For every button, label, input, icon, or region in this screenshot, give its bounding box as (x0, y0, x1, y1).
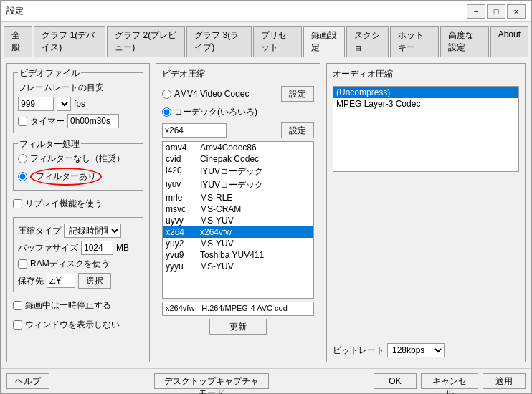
filter-with-label: フィルターあり (30, 168, 102, 186)
main-content: ビデオファイル フレームレートの目安 fps タイマー (1, 57, 531, 368)
main-window: 設定 − □ × 全般 グラフ 1(デバイス) グラフ 2(プレビュー) グラフ… (0, 0, 532, 394)
select-button[interactable]: 選択 (78, 273, 111, 289)
audio-list-item[interactable]: MPEG Layer-3 Codec (333, 98, 518, 110)
pause-label: 録画中は一時停止する (25, 299, 111, 312)
amv4-label: AMV4 Video Codec (174, 89, 250, 99)
filter-group: フィルター処理 フィルターなし（推奨） フィルターあり (13, 143, 143, 191)
filter-none-radio[interactable] (18, 154, 27, 163)
tab-advanced[interactable]: 高度な設定 (440, 26, 489, 57)
timer-checkbox[interactable] (18, 117, 27, 126)
timer-input[interactable] (67, 114, 119, 128)
hide-window-label: ウィンドウを表示しない (25, 319, 120, 331)
bottom-bar: ヘルプ デスクトップキャプチャモード OK キャンセル 適用 (1, 368, 531, 393)
compress-type-label: 圧縮タイプ (18, 225, 61, 237)
frame-rate-label: フレームレートの目安 (18, 82, 104, 94)
buffer-size-label: バッファサイズ (18, 242, 78, 254)
left-panel: ビデオファイル フレームレートの目安 fps タイマー (6, 63, 150, 362)
codec-list-item[interactable]: msvcMS-CRAM (163, 203, 313, 215)
save-dest-label: 保存先 (18, 275, 44, 287)
tab-hotkey[interactable]: ホットキー (390, 26, 439, 57)
mb-label: MB (116, 243, 129, 253)
codec-list-item[interactable]: amv4Amv4Codec86 (163, 142, 313, 153)
ram-disk-label: RAMディスクを使う (30, 258, 110, 270)
ok-button[interactable]: OK (374, 373, 417, 389)
audio-list-item[interactable]: (Uncompress) (333, 87, 518, 98)
help-button[interactable]: ヘルプ (6, 373, 49, 389)
codec-list-item[interactable]: cvidCinepak Codec (163, 153, 313, 165)
tab-screenshot[interactable]: スクショ (346, 26, 389, 57)
codec-list-item[interactable]: i420IYUVコーデック (163, 165, 313, 178)
buffer-size-input[interactable] (81, 241, 113, 255)
video-compress-title: ビデオ圧縮 (162, 68, 314, 80)
codec-radio[interactable] (162, 107, 171, 117)
save-dest-input[interactable] (47, 274, 75, 288)
codec-list-item[interactable]: yyyuMS-YUV (163, 261, 313, 272)
restore-button[interactable]: □ (487, 4, 505, 19)
audio-list[interactable]: (Uncompress)MPEG Layer-3 Codec (333, 86, 519, 172)
right-panel: オーディオ圧縮 (Uncompress)MPEG Layer-3 Codec ビ… (326, 63, 526, 362)
ram-disk-checkbox[interactable] (18, 259, 27, 269)
tab-recording[interactable]: 録画設定 (303, 26, 346, 57)
close-button[interactable]: × (507, 4, 526, 19)
frame-rate-select[interactable] (57, 97, 71, 111)
codec-label: コーデック(いろいろ) (174, 106, 257, 118)
replay-settings-group: 圧縮タイプ 記録時間重視 バッファサイズ MB RAMディスクを使う 保存先 (13, 217, 143, 292)
codec-name-bar: x264vfw - H.264/MPEG-4 AVC cod (162, 302, 314, 316)
audio-compress-title: オーディオ圧縮 (333, 68, 519, 80)
apply-button[interactable]: 適用 (483, 373, 526, 389)
window-controls: − □ × (467, 4, 526, 19)
hide-window-checkbox[interactable] (13, 320, 22, 330)
amv4-radio[interactable] (162, 90, 171, 99)
bitrate-select[interactable]: 128kbps (387, 343, 445, 357)
cancel-button[interactable]: キャンセル (421, 373, 478, 389)
codec-list-item[interactable]: yvu9Toshiba YUV411 (163, 249, 313, 261)
filter-with-radio[interactable] (18, 172, 27, 181)
codec-list-item[interactable]: yuy2MS-YUV (163, 238, 313, 249)
codec-list-item[interactable]: uyvyMS-YUV (163, 215, 313, 226)
window-title: 設定 (6, 5, 24, 17)
fps-label: fps (74, 99, 85, 109)
tab-about[interactable]: About (490, 26, 528, 57)
tab-graph1[interactable]: グラフ 1(デバイス) (34, 26, 105, 57)
minimize-button[interactable]: − (467, 4, 485, 19)
codec-list-item[interactable]: x264x264vfw (163, 226, 313, 238)
video-file-group: ビデオファイル フレームレートの目安 fps タイマー (13, 72, 143, 133)
title-bar: 設定 − □ × (1, 1, 531, 22)
x264-row: 設定 (162, 122, 314, 138)
codec-list[interactable]: amv4Amv4Codec86cvidCinepak Codeci420IYUV… (162, 141, 314, 299)
center-panel: ビデオ圧縮 AMV4 Video Codec 設定 コーデック(いろいろ) 設定… (156, 63, 320, 362)
amv4-setting-button[interactable]: 設定 (281, 86, 314, 102)
tab-graph3[interactable]: グラフ 3(ライブ) (186, 26, 252, 57)
pause-checkbox[interactable] (13, 301, 22, 310)
update-button[interactable]: 更新 (209, 319, 267, 335)
codec-setting-button[interactable]: 設定 (281, 122, 314, 138)
amv4-row: AMV4 Video Codec 設定 (162, 86, 314, 102)
timer-label: タイマー (30, 115, 65, 128)
desktop-capture-button[interactable]: デスクトップキャプチャモード (154, 373, 269, 389)
codec-input[interactable] (162, 123, 227, 138)
bottom-right: OK キャンセル 適用 (374, 373, 526, 389)
frame-rate-input[interactable] (18, 97, 54, 111)
tab-graph2[interactable]: グラフ 2(プレビュー) (107, 26, 185, 57)
tab-bar: 全般 グラフ 1(デバイス) グラフ 2(プレビュー) グラフ 3(ライブ) プ… (1, 22, 531, 57)
codec-row: コーデック(いろいろ) (162, 106, 314, 118)
bitrate-label: ビットレート (333, 345, 384, 357)
replay-checkbox[interactable] (13, 199, 22, 208)
filter-group-label: フィルター処理 (18, 138, 81, 150)
tab-general[interactable]: 全般 (4, 26, 32, 57)
replay-label: リプレイ機能を使う (25, 198, 103, 210)
compress-type-select[interactable]: 記録時間重視 (64, 224, 121, 238)
codec-list-item[interactable]: iyuvIYUVコーデック (163, 178, 313, 192)
main-row: ビデオファイル フレームレートの目安 fps タイマー (6, 63, 526, 362)
codec-list-item[interactable]: mrleMS-RLE (163, 192, 313, 203)
filter-none-label: フィルターなし（推奨） (30, 153, 125, 165)
video-file-group-label: ビデオファイル (18, 67, 81, 80)
tab-preset[interactable]: プリセット (253, 26, 302, 57)
